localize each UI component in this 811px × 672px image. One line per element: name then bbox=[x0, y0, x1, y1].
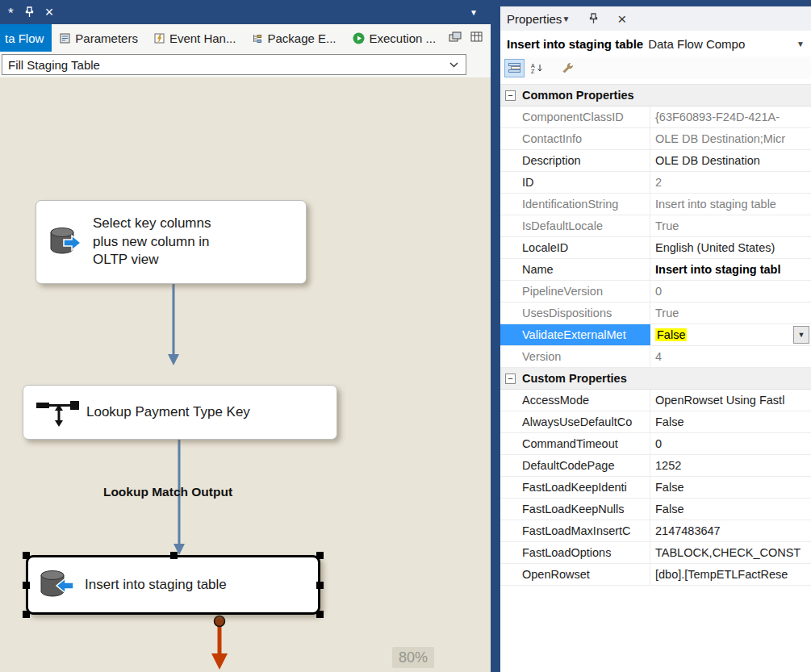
property-value[interactable]: OLE DB Destination bbox=[650, 150, 811, 171]
property-name[interactable]: AlwaysUseDefaultCo bbox=[500, 411, 650, 432]
property-row[interactable]: AlwaysUseDefaultCoFalse bbox=[500, 411, 811, 433]
property-row[interactable]: NameInsert into staging tabl bbox=[500, 259, 811, 281]
property-row[interactable]: PipelineVersion0 bbox=[500, 281, 811, 303]
property-row[interactable]: CommandTimeout0 bbox=[500, 433, 811, 455]
alphabetical-button[interactable]: AZ bbox=[527, 59, 547, 77]
property-value[interactable]: 1252 bbox=[650, 455, 811, 476]
property-name[interactable]: ComponentClassID bbox=[500, 106, 650, 127]
document-list-chevron-icon[interactable]: ▼ bbox=[470, 8, 478, 17]
selection-handle[interactable] bbox=[170, 552, 178, 559]
property-value[interactable]: [dbo].[TempETLFactRese bbox=[650, 564, 811, 585]
property-row[interactable]: ComponentClassID{63F60893-F24D-421A- bbox=[500, 106, 811, 128]
node-oledb-source[interactable]: Select key columns plus new column in OL… bbox=[36, 200, 307, 284]
chevron-down-icon[interactable]: ▼ bbox=[796, 40, 805, 48]
property-name[interactable]: FastLoadKeepIdenti bbox=[500, 477, 650, 498]
property-section-header[interactable]: −Custom Properties bbox=[500, 368, 811, 390]
node-oledb-destination[interactable]: Insert into staging table bbox=[26, 555, 320, 615]
property-name[interactable]: FastLoadOptions bbox=[500, 542, 650, 563]
chevron-down-icon[interactable] bbox=[449, 62, 458, 68]
property-value[interactable]: 0 bbox=[650, 433, 811, 454]
property-pages-button[interactable] bbox=[558, 59, 578, 77]
property-value[interactable]: False bbox=[650, 411, 811, 432]
property-row[interactable]: Version4 bbox=[500, 346, 811, 368]
property-row[interactable]: LocaleIDEnglish (United States) bbox=[500, 237, 811, 259]
property-row[interactable]: FastLoadKeepIdentiFalse bbox=[500, 477, 811, 499]
property-value[interactable]: 2 bbox=[650, 172, 811, 193]
property-value[interactable]: 2147483647 bbox=[650, 520, 811, 541]
property-value[interactable]: OLE DB Destination;Micr bbox=[650, 128, 811, 149]
property-row[interactable]: DescriptionOLE DB Destination bbox=[500, 150, 811, 172]
property-row[interactable]: UsesDispositionsTrue bbox=[500, 303, 811, 324]
doc-tab-execution[interactable]: Execution ... bbox=[345, 24, 445, 52]
property-name[interactable]: OpenRowset bbox=[500, 564, 650, 585]
property-value[interactable]: True bbox=[650, 215, 811, 236]
properties-title-bar[interactable]: Properties ▼ × bbox=[500, 6, 811, 31]
property-name[interactable]: IsDefaultLocale bbox=[500, 215, 650, 236]
selection-handle[interactable] bbox=[316, 611, 324, 618]
pin-icon[interactable] bbox=[589, 13, 598, 24]
property-row[interactable]: FastLoadKeepNullsFalse bbox=[500, 499, 811, 520]
property-name[interactable]: DefaultCodePage bbox=[500, 455, 650, 476]
property-name[interactable]: FastLoadKeepNulls bbox=[500, 499, 650, 520]
property-row[interactable]: ContactInfoOLE DB Destination;Micr bbox=[500, 128, 811, 150]
property-value[interactable]: True bbox=[650, 303, 811, 323]
selection-handle[interactable] bbox=[23, 611, 30, 618]
doc-tab-parameters[interactable]: Parameters bbox=[52, 24, 146, 52]
property-name[interactable]: Description bbox=[500, 150, 650, 171]
doc-tab-ta-flow[interactable]: ta Flow bbox=[0, 24, 52, 52]
grid-icon[interactable] bbox=[470, 31, 483, 43]
property-section-header[interactable]: −Common Properties bbox=[500, 85, 811, 106]
property-row[interactable]: FastLoadOptionsTABLOCK,CHECK_CONST bbox=[500, 542, 811, 564]
property-name[interactable]: LocaleID bbox=[500, 237, 650, 258]
doc-tab-package-e[interactable]: Package E... bbox=[244, 24, 344, 52]
property-value[interactable]: OpenRowset Using Fastl bbox=[650, 390, 811, 411]
value-dropdown-button[interactable]: ▼ bbox=[793, 326, 809, 344]
property-name[interactable]: PipelineVersion bbox=[500, 281, 650, 302]
property-name[interactable]: ValidateExternalMet bbox=[500, 324, 650, 345]
property-value[interactable]: 0 bbox=[650, 281, 811, 302]
object-selector[interactable]: Insert into staging table Data Flow Comp… bbox=[500, 31, 811, 56]
property-row[interactable]: FastLoadMaxInsertC2147483647 bbox=[500, 520, 811, 542]
property-name[interactable]: UsesDispositions bbox=[500, 303, 650, 323]
selection-handle[interactable] bbox=[316, 552, 324, 559]
property-name[interactable]: Version bbox=[500, 346, 650, 367]
property-name[interactable]: ID bbox=[500, 172, 650, 193]
property-value[interactable]: Insert into staging tabl bbox=[650, 259, 811, 280]
close-icon[interactable]: × bbox=[617, 11, 626, 27]
close-icon[interactable]: × bbox=[45, 5, 54, 19]
property-row[interactable]: OpenRowset[dbo].[TempETLFactRese bbox=[500, 564, 811, 586]
node-lookup-transform[interactable]: Lookup Payment Type Key bbox=[23, 385, 337, 440]
property-row[interactable]: AccessModeOpenRowset Using Fastl bbox=[500, 390, 811, 411]
property-name[interactable]: IdentificationString bbox=[500, 194, 650, 215]
property-name[interactable]: Name bbox=[500, 259, 650, 280]
property-row[interactable]: ID2 bbox=[500, 172, 811, 194]
window-position-icon[interactable]: ▼ bbox=[562, 15, 570, 23]
categorized-button[interactable] bbox=[504, 59, 525, 77]
property-value[interactable]: False bbox=[650, 477, 811, 498]
property-value[interactable]: TABLOCK,CHECK_CONST bbox=[650, 542, 811, 563]
property-value[interactable]: 4 bbox=[650, 346, 811, 367]
selection-handle[interactable] bbox=[316, 582, 324, 589]
collapse-icon[interactable]: − bbox=[505, 374, 516, 384]
doc-tab-event-han[interactable]: Event Han... bbox=[146, 24, 245, 52]
property-value[interactable]: {63F60893-F24D-421A- bbox=[650, 106, 811, 127]
property-name[interactable]: AccessMode bbox=[500, 390, 650, 411]
data-flow-task-selector[interactable]: Fill Staging Table bbox=[2, 54, 466, 75]
property-value[interactable]: English (United States) bbox=[650, 237, 811, 258]
property-name[interactable]: ContactInfo bbox=[500, 128, 650, 149]
selection-handle[interactable] bbox=[23, 552, 30, 559]
property-row[interactable]: IdentificationStringInsert into staging … bbox=[500, 194, 811, 215]
window-layers-icon[interactable] bbox=[449, 31, 462, 43]
collapse-icon[interactable]: − bbox=[505, 90, 516, 101]
data-flow-canvas[interactable]: Select key columns plus new column in OL… bbox=[0, 77, 491, 672]
property-row[interactable]: ValidateExternalMetFalse▼ bbox=[500, 324, 811, 346]
property-name[interactable]: FastLoadMaxInsertC bbox=[500, 520, 650, 541]
property-row[interactable]: DefaultCodePage1252 bbox=[500, 455, 811, 477]
pin-icon[interactable] bbox=[25, 6, 34, 18]
property-name[interactable]: CommandTimeout bbox=[500, 433, 650, 454]
property-value[interactable]: False bbox=[650, 499, 811, 520]
property-row[interactable]: IsDefaultLocaleTrue bbox=[500, 215, 811, 237]
selection-handle[interactable] bbox=[23, 582, 30, 589]
property-value[interactable]: False▼ bbox=[650, 324, 811, 345]
property-value[interactable]: Insert into staging table bbox=[650, 194, 811, 215]
